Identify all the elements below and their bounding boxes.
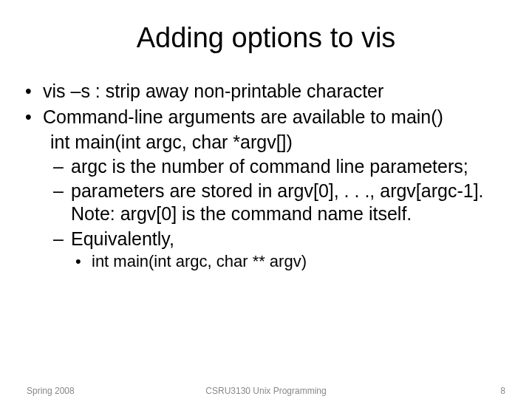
slide: Adding options to vis vis –s : strip awa… — [0, 0, 532, 399]
slide-content: vis –s : strip away non-printable charac… — [22, 80, 510, 271]
bullet-1: vis –s : strip away non-printable charac… — [43, 80, 510, 103]
bullet-list-level1: vis –s : strip away non-printable charac… — [22, 80, 510, 271]
sub-bullet-argv: parameters are stored in argv[0], . . .,… — [71, 180, 510, 226]
bullet-list-level3: int main(int argc, char ** argv) — [71, 251, 510, 272]
sub-sub-bullet-alt-signature-text: int main(int argc, char ** argv) — [92, 252, 307, 270]
sub-bullet-equivalently-text: Equivalently, — [71, 228, 174, 249]
code-line-main-signature: int main(int argc, char *argv[]) — [50, 131, 510, 154]
sub-bullet-argv-text1: parameters are stored in argv[0], . . .,… — [71, 180, 484, 201]
bullet-1-text: vis –s : strip away non-printable charac… — [43, 81, 383, 101]
bullet-2-text: Command-line arguments are available to … — [43, 106, 443, 127]
sub-bullet-equivalently: Equivalently, int main(int argc, char **… — [71, 228, 510, 272]
sub-bullet-argc-text: argc is the number of command line param… — [71, 156, 468, 177]
footer-course: CSRU3130 Unix Programming — [0, 386, 532, 396]
indented-block: int main(int argc, char *argv[]) argc is… — [43, 131, 510, 272]
sub-sub-bullet-alt-signature: int main(int argc, char ** argv) — [92, 251, 510, 272]
bullet-2: Command-line arguments are available to … — [43, 106, 510, 271]
slide-title: Adding options to vis — [22, 22, 510, 54]
sub-bullet-argv-text2: Note: argv[0] is the command name itself… — [71, 203, 412, 224]
bullet-list-level2: argc is the number of command line param… — [50, 155, 510, 272]
footer-page-number: 8 — [500, 386, 505, 396]
sub-bullet-argc: argc is the number of command line param… — [71, 155, 510, 178]
